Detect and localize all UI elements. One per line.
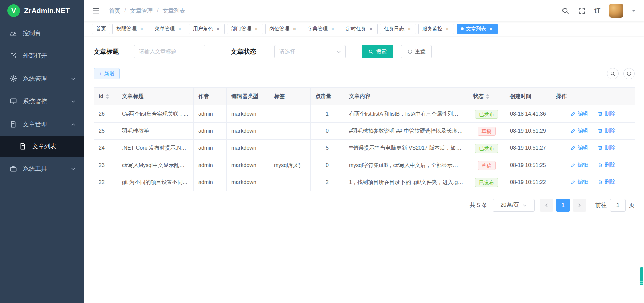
hamburger-icon[interactable] — [92, 7, 100, 15]
sidebar-item-label: 控制台 — [23, 29, 41, 37]
column-header-id: id — [94, 88, 117, 105]
reset-button-label: 重置 — [415, 48, 426, 55]
delete-link[interactable]: 删除 — [598, 162, 615, 169]
chevron-up-icon — [71, 122, 76, 127]
tab-scheduled-task[interactable]: 定时任务× — [342, 24, 378, 34]
title-filter-input[interactable] — [134, 45, 205, 58]
sidebar-item-system-tools[interactable]: 系统工具 — [0, 157, 84, 180]
font-size-icon[interactable]: tT — [594, 7, 600, 14]
sidebar-item-article-list[interactable]: 文章列表 — [0, 136, 84, 157]
scrollbar-thumb[interactable] — [640, 267, 643, 285]
close-icon[interactable]: × — [139, 26, 144, 32]
delete-link[interactable]: 删除 — [598, 179, 615, 186]
close-icon[interactable]: × — [177, 26, 182, 32]
cell-status: 草稿 — [468, 157, 505, 174]
close-icon[interactable]: × — [445, 26, 450, 32]
add-button-label: 新增 — [104, 71, 114, 77]
document-icon — [9, 120, 17, 128]
delete-link[interactable]: 删除 — [598, 127, 615, 134]
column-header-tags: 标签 — [269, 88, 311, 105]
status-filter-select[interactable]: 请选择 — [274, 45, 346, 58]
close-icon[interactable]: × — [330, 26, 335, 32]
edit-link[interactable]: 编辑 — [571, 144, 588, 152]
breadcrumb-home[interactable]: 首页 — [109, 7, 120, 15]
select-placeholder: 请选择 — [279, 48, 296, 55]
close-icon[interactable]: × — [488, 26, 494, 32]
top-navbar: 首页 / 文章管理 / 文章列表 tT — [84, 0, 644, 21]
edit-link[interactable]: 编辑 — [571, 127, 588, 134]
toggle-search-button[interactable] — [607, 68, 619, 79]
pencil-icon — [571, 111, 576, 116]
tab-user-role[interactable]: 用户角色× — [189, 24, 225, 34]
sidebar-item-label: 系统工具 — [23, 165, 47, 173]
tab-post-mgmt[interactable]: 岗位管理× — [265, 24, 301, 34]
cell-title: 羽毛球教学 — [117, 123, 194, 140]
cell-actions: 编辑 删除 — [551, 174, 635, 191]
next-page-button[interactable] — [573, 199, 586, 212]
sort-icon[interactable] — [486, 94, 489, 99]
cell-tags: mysql,乱码 — [269, 157, 311, 174]
goto-suffix: 页 — [629, 201, 635, 209]
sidebar-item-article-mgmt[interactable]: 文章管理 — [0, 113, 84, 136]
status-badge: 已发布 — [475, 144, 498, 153]
sort-icon[interactable] — [106, 94, 109, 99]
goto-page-input[interactable] — [610, 199, 626, 212]
refresh-icon — [407, 49, 413, 54]
edit-link[interactable]: 编辑 — [571, 110, 588, 117]
cell-created: 08-19 10:51:29 — [505, 123, 551, 140]
tab-article-list[interactable]: 文章列表× — [457, 24, 498, 34]
close-icon[interactable]: × — [254, 26, 259, 32]
app-root: V ZrAdmin.NET 控制台 外部打开 系统管理 系统监控 — [0, 0, 644, 303]
trash-icon — [598, 111, 603, 116]
filter-bar: 文章标题 文章状态 请选择 搜索 重置 — [94, 45, 635, 58]
sidebar-menu: 控制台 外部打开 系统管理 系统监控 文章管理 — [0, 21, 84, 180]
chevron-down-icon — [71, 99, 76, 104]
sidebar-item-system-monitor[interactable]: 系统监控 — [0, 90, 84, 113]
cell-editor: markdown — [227, 140, 269, 157]
tab-dept-mgmt[interactable]: 部门管理× — [227, 24, 263, 34]
refresh-button[interactable] — [623, 68, 635, 79]
add-button[interactable]: + 新增 — [94, 68, 120, 79]
search-icon[interactable] — [561, 7, 569, 15]
main-area: 首页 / 文章管理 / 文章列表 tT 首页 权限管理× 菜单管理× 用户角色×… — [84, 0, 644, 303]
cell-clicks: 5 — [311, 140, 344, 157]
tab-task-log[interactable]: 任务日志× — [380, 24, 416, 34]
tab-service-monitor[interactable]: 服务监控× — [418, 24, 454, 34]
tab-menu-mgmt[interactable]: 菜单管理× — [151, 24, 186, 34]
prev-page-button[interactable] — [540, 199, 553, 212]
trash-icon — [598, 128, 603, 133]
table-row: 24 .NET Core 发布时提示.NET... admin markdown… — [94, 140, 635, 157]
toolbox-icon — [9, 165, 17, 173]
page-number-button[interactable]: 1 — [556, 199, 570, 212]
breadcrumb-article-mgmt[interactable]: 文章管理 — [130, 7, 153, 15]
sidebar-item-system-mgmt[interactable]: 系统管理 — [0, 67, 84, 90]
close-icon[interactable]: × — [407, 26, 412, 32]
cell-actions: 编辑 删除 — [551, 157, 635, 174]
close-icon[interactable]: × — [368, 26, 374, 32]
breadcrumb-article-list: 文章列表 — [162, 7, 185, 15]
cell-tags — [269, 140, 311, 157]
delete-link[interactable]: 删除 — [598, 144, 615, 152]
close-icon[interactable]: × — [215, 26, 221, 32]
goto-label: 前往 — [595, 201, 607, 209]
fullscreen-icon[interactable] — [578, 7, 586, 15]
caret-down-icon[interactable] — [632, 10, 635, 13]
tab-permission-mgmt[interactable]: 权限管理× — [112, 24, 148, 34]
tab-label: 菜单管理 — [155, 26, 175, 32]
sidebar-item-dashboard[interactable]: 控制台 — [0, 21, 84, 44]
sidebar-item-external-open[interactable]: 外部打开 — [0, 44, 84, 67]
close-icon[interactable]: × — [292, 26, 297, 32]
page-size-select[interactable]: 20条/页 — [493, 199, 535, 212]
cell-created: 08-19 10:51:27 — [505, 140, 551, 157]
reset-button[interactable]: 重置 — [401, 45, 432, 58]
edit-link[interactable]: 编辑 — [571, 162, 588, 169]
tab-dict-mgmt[interactable]: 字典管理× — [304, 24, 339, 34]
delete-link[interactable]: 删除 — [598, 110, 615, 117]
edit-link[interactable]: 编辑 — [571, 179, 588, 186]
tab-home[interactable]: 首页 — [92, 24, 110, 34]
breadcrumb-separator: / — [124, 7, 126, 14]
cell-author: admin — [194, 140, 227, 157]
avatar[interactable] — [609, 4, 623, 18]
sidebar-item-label: 文章管理 — [23, 120, 47, 128]
search-button[interactable]: 搜索 — [362, 45, 393, 58]
